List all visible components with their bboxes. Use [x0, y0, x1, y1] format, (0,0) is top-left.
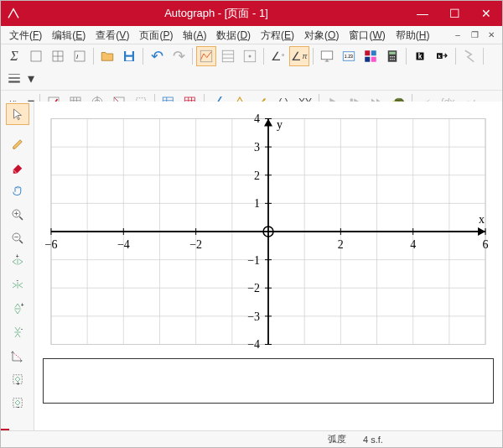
- open-button[interactable]: [97, 46, 117, 66]
- titlebar: Autograph - [页面 - 1] — ☐ ✕: [1, 1, 502, 26]
- svg-marker-118: [264, 119, 272, 127]
- menu-axes[interactable]: 轴(A): [178, 26, 211, 44]
- svg-text:4: 4: [410, 238, 416, 251]
- svg-rect-20: [365, 50, 370, 55]
- radians-button[interactable]: ∠π: [289, 46, 309, 66]
- svg-rect-25: [389, 52, 396, 55]
- svg-text:−4: −4: [117, 238, 130, 251]
- save-button[interactable]: [119, 46, 139, 66]
- svg-text:3: 3: [254, 141, 260, 154]
- constant-forward-button[interactable]: k: [432, 46, 452, 66]
- close-button[interactable]: ✕: [470, 1, 502, 26]
- svg-line-75: [19, 240, 23, 243]
- toggle-statusbox-button[interactable]: [240, 46, 260, 66]
- svg-text:+: +: [16, 380, 20, 388]
- new-1d-page-button[interactable]: [26, 46, 46, 66]
- svg-text:-: -: [20, 325, 23, 332]
- menu-help[interactable]: 帮助(H): [391, 26, 435, 44]
- default-scales-tool[interactable]: [6, 345, 29, 367]
- svg-rect-10: [222, 50, 234, 62]
- mdi-close-button[interactable]: ✕: [484, 29, 499, 42]
- svg-point-29: [390, 59, 392, 60]
- toggle-results-button[interactable]: [218, 46, 238, 66]
- svg-text:−1: −1: [247, 254, 260, 267]
- eraser-tool[interactable]: [6, 157, 29, 179]
- degrees-button[interactable]: ∠°: [267, 46, 288, 66]
- slow-plot-button[interactable]: [459, 46, 480, 66]
- svg-text:−4: −4: [247, 338, 260, 351]
- side-toolbar: + - + - + -: [1, 102, 34, 430]
- svg-text:k: k: [418, 53, 423, 60]
- menu-object[interactable]: 对象(O): [299, 26, 344, 44]
- menu-view[interactable]: 查看(V): [91, 26, 134, 44]
- svg-text:-: -: [17, 404, 19, 411]
- window-title: Autograph - [页面 - 1]: [26, 6, 407, 21]
- toolbar-main: Σ i ↶ ↷ ∠° ∠π 1.23 k k ▾: [1, 44, 502, 91]
- menu-window[interactable]: 窗口(W): [344, 26, 390, 44]
- svg-line-87: [13, 353, 21, 360]
- canvas-area[interactable]: −6−4−2246−4−3−2−11234xy: [34, 102, 502, 430]
- line-style-button[interactable]: [4, 68, 24, 88]
- svg-rect-15: [321, 51, 333, 60]
- maximize-button[interactable]: ☐: [438, 1, 470, 26]
- menu-page[interactable]: 页面(P): [134, 26, 178, 44]
- main-area: + - + - + - −6−4−2246−4−3−2−11234xy: [1, 102, 502, 430]
- redo-button[interactable]: ↷: [169, 46, 189, 66]
- graph-canvas[interactable]: −6−4−2246−4−3−2−11234xy: [43, 110, 494, 353]
- whiteboard-mode-button[interactable]: [317, 46, 337, 66]
- svg-text:−3: −3: [247, 310, 260, 323]
- mdi-restore-button[interactable]: ❐: [467, 29, 482, 42]
- menu-file[interactable]: 文件(F): [4, 26, 47, 44]
- rescale-x-zoom-out-tool[interactable]: -: [6, 274, 29, 296]
- pencil-tool[interactable]: [6, 133, 29, 155]
- svg-text:1: 1: [254, 197, 260, 210]
- svg-rect-21: [371, 50, 376, 55]
- svg-rect-22: [365, 57, 370, 62]
- separator-icon: [6, 127, 29, 132]
- mdi-minimize-button[interactable]: –: [450, 29, 465, 42]
- svg-text:−2: −2: [247, 282, 260, 294]
- select-tool[interactable]: [6, 103, 29, 125]
- zoom-in-tool[interactable]: [6, 204, 29, 226]
- svg-marker-117: [478, 227, 485, 236]
- zoom-out-tool[interactable]: [6, 227, 29, 249]
- svg-point-30: [392, 59, 393, 60]
- svg-point-14: [249, 55, 252, 58]
- rescale-y-zoom-in-tool[interactable]: +: [6, 298, 29, 320]
- svg-rect-8: [126, 57, 132, 61]
- calculator-button[interactable]: [382, 46, 402, 66]
- rescale-y-zoom-out-tool[interactable]: -: [6, 321, 29, 343]
- menu-equation[interactable]: 方程(E): [256, 26, 299, 44]
- svg-text:−2: −2: [189, 238, 202, 251]
- minimize-button[interactable]: —: [407, 1, 438, 26]
- new-stats-page-button[interactable]: Σ: [4, 46, 24, 66]
- rescale-x-zoom-in-tool[interactable]: +: [6, 251, 29, 273]
- svg-text:x: x: [479, 213, 485, 226]
- new-2d-page-button[interactable]: [48, 46, 68, 66]
- svg-text:y: y: [277, 118, 283, 131]
- svg-point-27: [392, 56, 393, 58]
- zoom-box-out-tool[interactable]: -: [6, 392, 29, 414]
- preferences-button[interactable]: 1.23: [339, 46, 359, 66]
- svg-text:2: 2: [254, 169, 260, 182]
- svg-text:−6: −6: [45, 238, 58, 251]
- autograph-extras-button[interactable]: [360, 46, 381, 66]
- zoom-box-in-tool[interactable]: +: [6, 368, 29, 390]
- menu-data[interactable]: 数据(D): [211, 26, 256, 44]
- svg-text:1.23: 1.23: [345, 54, 353, 59]
- svg-point-31: [394, 59, 396, 60]
- svg-point-28: [394, 56, 396, 58]
- results-box[interactable]: [43, 358, 494, 404]
- toggle-key-button[interactable]: [196, 46, 216, 66]
- svg-rect-7: [126, 51, 132, 55]
- menu-edit[interactable]: 编辑(E): [47, 26, 91, 44]
- dropdown-icon[interactable]: ▾: [26, 68, 36, 88]
- undo-button[interactable]: ↶: [147, 46, 167, 66]
- menubar: 文件(F) 编辑(E) 查看(V) 页面(P) 轴(A) 数据(D) 方程(E)…: [1, 26, 502, 44]
- svg-rect-0: [31, 51, 41, 61]
- svg-rect-23: [371, 57, 376, 62]
- pan-tool[interactable]: [6, 180, 29, 202]
- new-3d-page-button[interactable]: i: [70, 46, 90, 66]
- constant-controller-button[interactable]: k: [410, 46, 430, 66]
- svg-text:2: 2: [338, 238, 344, 251]
